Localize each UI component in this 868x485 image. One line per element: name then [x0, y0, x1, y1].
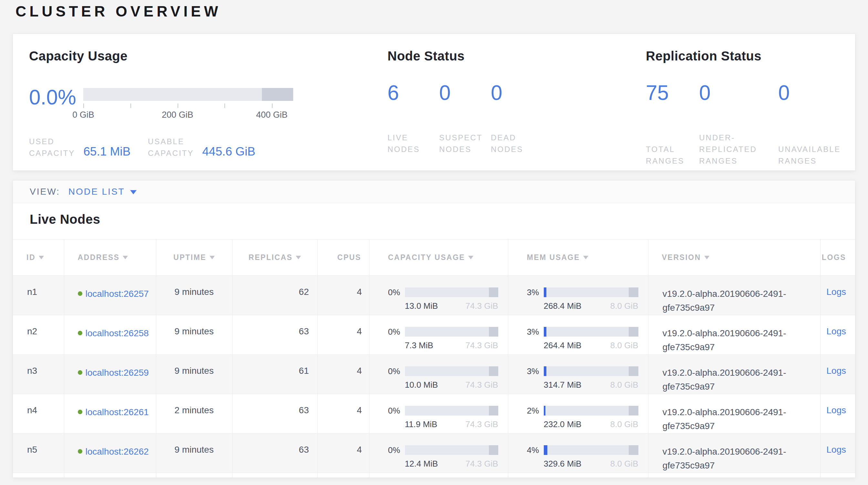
- mem-total-value: 8.0 GiB: [610, 380, 639, 390]
- dead-nodes-label: DEAD NODES: [491, 132, 646, 155]
- node-cpus: 4: [317, 315, 369, 355]
- capacity-pct: 0%: [388, 327, 405, 337]
- replication-status-section: Replication Status 75 0 0 TOTAL RANGES U…: [646, 49, 842, 170]
- sort-arrow-icon: [468, 256, 473, 259]
- axis-tick-label: 400 GiB: [256, 110, 288, 120]
- column-header-replicas[interactable]: REPLICAS: [232, 239, 317, 276]
- capacity-pct: 0%: [388, 366, 405, 376]
- column-header-address[interactable]: ADDRESS: [64, 239, 156, 276]
- node-uptime: 9 minutes: [156, 276, 232, 315]
- logs-link[interactable]: Logs: [826, 445, 846, 455]
- under-replicated-ranges-count: 0: [699, 82, 778, 104]
- table-row-n4: n4 localhost:26261 2 minutes 63 4 0% 11.…: [13, 394, 856, 434]
- capacity-usage-bar: [405, 366, 498, 376]
- capacity-total-value: 74.3 GiB: [465, 459, 498, 469]
- mem-used-value: 264.4 MiB: [544, 340, 582, 350]
- axis-tick: [178, 104, 178, 108]
- suspect-nodes-count: 0: [439, 82, 491, 104]
- node-live-dot-icon: [78, 291, 82, 296]
- summary-panel: Capacity Usage 0.0%: [12, 34, 856, 171]
- capacity-pct: 0%: [388, 406, 405, 416]
- capacity-usage-section: Capacity Usage 0.0%: [29, 49, 388, 170]
- dead-nodes-count: 0: [491, 82, 646, 104]
- axis-tick: [130, 104, 131, 108]
- capacity-usage-bar: [405, 327, 498, 337]
- mem-total-value: 8.0 GiB: [610, 419, 639, 429]
- view-selector-dropdown[interactable]: NODE LIST: [68, 187, 136, 197]
- mem-pct: 4%: [527, 445, 544, 455]
- node-address-link[interactable]: localhost:26258: [86, 328, 149, 338]
- mem-usage-bar: [544, 445, 639, 455]
- capacity-usage-bar: [405, 287, 498, 297]
- node-version: v19.2.0-alpha.20190606-2491-gfe735c9a97: [648, 394, 820, 434]
- axis-tick-label: 200 GiB: [162, 110, 193, 120]
- mem-pct: 2%: [527, 406, 544, 416]
- capacity-used-value: 7.3 MiB: [405, 340, 433, 350]
- logs-link[interactable]: Logs: [826, 405, 846, 415]
- axis-tick: [224, 104, 225, 108]
- axis-tick: [272, 104, 273, 108]
- capacity-axis: [83, 103, 293, 109]
- usable-capacity-value: 445.6 GiB: [202, 145, 255, 159]
- capacity-bar: [83, 88, 293, 101]
- mem-pct: 3%: [527, 327, 544, 337]
- node-uptime: 9 minutes: [156, 315, 232, 355]
- node-status-section: Node Status 6 0 0 LIVE NODES SUSPECT NOD…: [388, 49, 646, 170]
- under-replicated-ranges-label: UNDER- REPLICATED RANGES: [699, 132, 778, 167]
- column-header-capacity-usage[interactable]: CAPACITY USAGE: [369, 239, 508, 276]
- node-id: n3: [13, 355, 64, 394]
- capacity-total-value: 74.3 GiB: [465, 301, 498, 311]
- node-replicas: 61: [232, 355, 317, 394]
- sort-arrow-icon: [583, 256, 588, 259]
- column-header-mem-usage[interactable]: MEM USAGE: [508, 239, 648, 276]
- mem-used-value: 232.0 MiB: [544, 419, 582, 429]
- capacity-bar-reserved-segment: [262, 88, 293, 101]
- nodes-panel: VIEW: NODE LIST Live Nodes ID ADDRESS UP…: [12, 180, 856, 478]
- sort-arrow-icon: [296, 256, 301, 259]
- node-cpus: 4: [317, 355, 369, 394]
- column-header-uptime[interactable]: UPTIME: [156, 239, 232, 276]
- sort-arrow-icon: [123, 256, 128, 259]
- capacity-total-value: 74.3 GiB: [465, 380, 498, 390]
- mem-usage-bar: [544, 327, 639, 337]
- cluster-overview-page: CLUSTER OVERVIEW Capacity Usage 0.0%: [0, 0, 868, 485]
- node-live-dot-icon: [78, 449, 82, 454]
- capacity-chart: 0 GiB 200 GiB 400 GiB: [83, 86, 293, 121]
- node-uptime: 2 minutes: [156, 394, 232, 434]
- column-header-id[interactable]: ID: [13, 239, 64, 276]
- mem-used-value: 314.7 MiB: [544, 380, 582, 390]
- logs-link[interactable]: Logs: [826, 326, 846, 336]
- capacity-usage-title: Capacity Usage: [29, 49, 388, 63]
- table-row-n3: n3 localhost:26259 9 minutes 61 4 0% 10.…: [13, 355, 856, 394]
- logs-link[interactable]: Logs: [826, 366, 846, 376]
- unavailable-ranges-label: UNAVAILABLE RANGES: [778, 144, 842, 167]
- view-label: VIEW:: [30, 187, 60, 197]
- node-version: v19.2.0-alpha.20190606-2491-gfe735c9a97: [648, 276, 820, 315]
- view-selected-value: NODE LIST: [68, 187, 125, 197]
- mem-total-value: 8.0 GiB: [610, 340, 639, 350]
- capacity-used-value: 12.4 MiB: [405, 459, 438, 469]
- live-nodes-title: Live Nodes: [30, 212, 855, 227]
- mem-pct: 3%: [527, 366, 544, 376]
- column-header-version[interactable]: VERSION: [648, 239, 820, 276]
- node-address-link[interactable]: localhost:26261: [86, 407, 149, 417]
- replication-status-title: Replication Status: [646, 49, 842, 63]
- node-cpus: 4: [317, 434, 369, 473]
- node-live-dot-icon: [78, 331, 82, 335]
- live-nodes-label: LIVE NODES: [388, 132, 439, 155]
- node-address-link[interactable]: localhost:26257: [86, 289, 149, 299]
- capacity-pct: 0%: [388, 287, 405, 297]
- node-address-link[interactable]: localhost:26259: [86, 368, 149, 378]
- capacity-used-value: 10.0 MiB: [405, 380, 438, 390]
- node-uptime: 9 minutes: [156, 434, 232, 473]
- node-address-link[interactable]: localhost:26262: [86, 447, 149, 457]
- column-header-cpus: CPUS: [317, 239, 369, 276]
- capacity-used-value: 11.9 MiB: [405, 419, 438, 429]
- node-live-dot-icon: [78, 410, 82, 414]
- logs-link[interactable]: Logs: [826, 287, 846, 297]
- capacity-used-value: 13.0 MiB: [405, 301, 438, 311]
- node-replicas: 63: [232, 315, 317, 355]
- sort-arrow-icon: [704, 256, 709, 259]
- total-ranges-label: TOTAL RANGES: [646, 144, 699, 167]
- node-version: v19.2.0-alpha.20190606-2491-gfe735c9a97: [648, 434, 820, 473]
